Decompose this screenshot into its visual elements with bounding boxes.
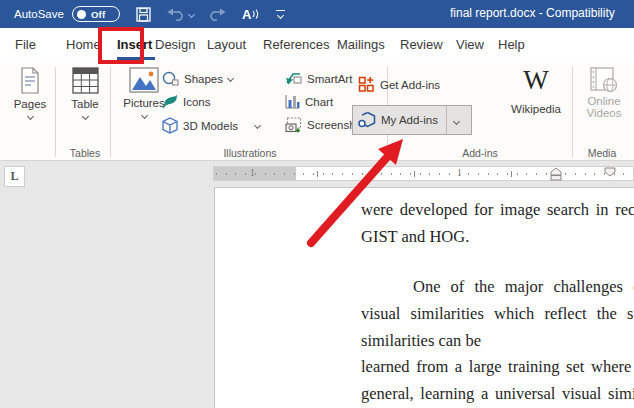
get-add-ins-button[interactable]: Get Add-ins xyxy=(358,76,440,93)
save-button[interactable] xyxy=(136,7,151,22)
sound-waves-icon xyxy=(252,8,260,20)
left-indent-marker[interactable] xyxy=(550,167,562,181)
chevron-down-icon xyxy=(81,113,88,120)
ruler-number: 1 xyxy=(250,168,255,178)
document-workspace: L 1 1 2 were developed for image search … xyxy=(0,161,634,408)
tab-file[interactable]: File xyxy=(15,37,36,52)
icons-icon xyxy=(162,94,178,109)
shapes-button[interactable]: Shapes xyxy=(162,71,233,86)
button-split-separator xyxy=(446,106,447,134)
get-add-ins-label: Get Add-ins xyxy=(380,79,440,91)
wikipedia-icon: W xyxy=(523,67,548,93)
read-aloud-button[interactable]: A xyxy=(242,7,260,22)
shapes-icon xyxy=(162,71,179,86)
smartart-button[interactable]: SmartArt xyxy=(285,71,352,86)
get-add-ins-icon xyxy=(358,76,375,93)
smartart-icon xyxy=(285,71,302,86)
document-title: final report.docx - Compatibility xyxy=(450,6,615,20)
icons-label: Icons xyxy=(183,96,211,108)
tab-view[interactable]: View xyxy=(456,37,484,52)
document-text-line: similarities can be xyxy=(361,331,481,351)
pages-label: Pages xyxy=(14,98,47,110)
pictures-label: Pictures xyxy=(123,97,165,109)
ruler-half-tick xyxy=(414,171,415,177)
3d-models-label: 3D Models xyxy=(183,120,238,132)
redo-button[interactable] xyxy=(210,7,226,21)
tab-references[interactable]: References xyxy=(263,37,329,52)
wikipedia-label: Wikipedia xyxy=(511,103,561,115)
icons-button[interactable]: Icons xyxy=(162,94,211,109)
chart-button[interactable]: Chart xyxy=(285,94,333,109)
group-separator xyxy=(572,67,573,157)
ruler-half-tick xyxy=(317,171,318,177)
chevron-down-icon xyxy=(140,112,147,119)
document-text-line: general, learning a universal visual sim… xyxy=(361,384,634,404)
group-label-illustrations: Illustrations xyxy=(200,147,300,159)
autosave-state-label: Off xyxy=(91,9,106,20)
chevron-down-icon xyxy=(227,75,234,82)
shapes-label: Shapes xyxy=(184,73,223,85)
group-label-media: Media xyxy=(572,147,632,159)
chevron-down-icon xyxy=(277,12,284,19)
tab-stop-selector[interactable]: L xyxy=(4,166,25,187)
tab-review[interactable]: Review xyxy=(400,37,443,52)
pages-icon xyxy=(19,67,41,94)
autosave-toggle-knob xyxy=(77,10,86,19)
online-videos-label-1: Online xyxy=(587,95,620,107)
document-page[interactable]: were developed for image search in rece … xyxy=(214,187,634,408)
wikipedia-button[interactable]: W Wikipedia xyxy=(505,67,567,115)
tab-insert[interactable]: Insert xyxy=(117,37,152,52)
undo-dropdown[interactable] xyxy=(189,12,194,17)
first-line-indent-marker[interactable] xyxy=(604,167,616,177)
ruler-number: 1 xyxy=(457,168,462,178)
save-icon xyxy=(136,7,151,22)
autosave-label: AutoSave xyxy=(14,8,64,20)
document-text-line: learned from a large training set where … xyxy=(361,357,634,377)
online-videos-label-2: Videos xyxy=(587,107,622,119)
document-text-line: One of the major challenges of xyxy=(413,277,634,297)
screenshot-icon xyxy=(285,117,302,133)
document-text-line: were developed for image search in rece xyxy=(361,200,634,220)
group-label-tables: Tables xyxy=(58,147,112,159)
table-icon xyxy=(72,67,99,94)
online-videos-icon xyxy=(590,67,618,93)
ribbon-tab-row: File Home Insert Design Layout Reference… xyxy=(0,28,634,63)
chevron-down-icon xyxy=(26,113,33,120)
pages-button[interactable]: Pages xyxy=(10,67,50,119)
tab-layout[interactable]: Layout xyxy=(207,37,246,52)
table-label: Table xyxy=(71,98,99,110)
chevron-down-icon xyxy=(453,118,460,125)
online-videos-button[interactable]: Online Videos xyxy=(578,67,630,119)
tab-help[interactable]: Help xyxy=(498,37,525,52)
redo-icon xyxy=(210,7,226,21)
ruler-ticks xyxy=(216,173,631,175)
title-bar: AutoSave Off A xyxy=(0,0,634,28)
tab-mailings[interactable]: Mailings xyxy=(337,37,385,52)
read-aloud-icon: A xyxy=(242,7,251,22)
my-add-ins-label: My Add-ins xyxy=(381,114,438,126)
document-text-line: GIST and HOG. xyxy=(361,227,469,247)
word-window: AutoSave Off A xyxy=(0,0,634,408)
chevron-down-icon xyxy=(188,10,195,17)
group-separator xyxy=(55,67,56,157)
my-add-ins-button[interactable]: My Add-ins xyxy=(352,105,472,135)
quick-access-toolbar-options-button[interactable] xyxy=(276,10,285,18)
selected-tab-underline xyxy=(117,57,155,60)
ruler-half-tick xyxy=(511,171,512,177)
3d-models-button[interactable]: 3D Models xyxy=(162,117,260,134)
undo-button[interactable] xyxy=(167,7,183,21)
smartart-label: SmartArt xyxy=(307,73,352,85)
ribbon: Pages Table Tables xyxy=(0,63,634,161)
horizontal-ruler[interactable]: 1 1 2 xyxy=(213,166,634,181)
tab-design[interactable]: Design xyxy=(155,37,195,52)
chevron-down-icon xyxy=(254,122,261,129)
undo-icon xyxy=(167,7,183,21)
chart-icon xyxy=(285,94,300,109)
group-label-add-ins: Add-ins xyxy=(430,147,530,159)
tab-home[interactable]: Home xyxy=(66,37,101,52)
table-button[interactable]: Table xyxy=(62,67,108,119)
bar-icon xyxy=(276,10,285,11)
chart-label: Chart xyxy=(305,96,333,108)
autosave-toggle[interactable]: Off xyxy=(72,6,120,22)
my-add-ins-dropdown[interactable] xyxy=(454,114,459,126)
